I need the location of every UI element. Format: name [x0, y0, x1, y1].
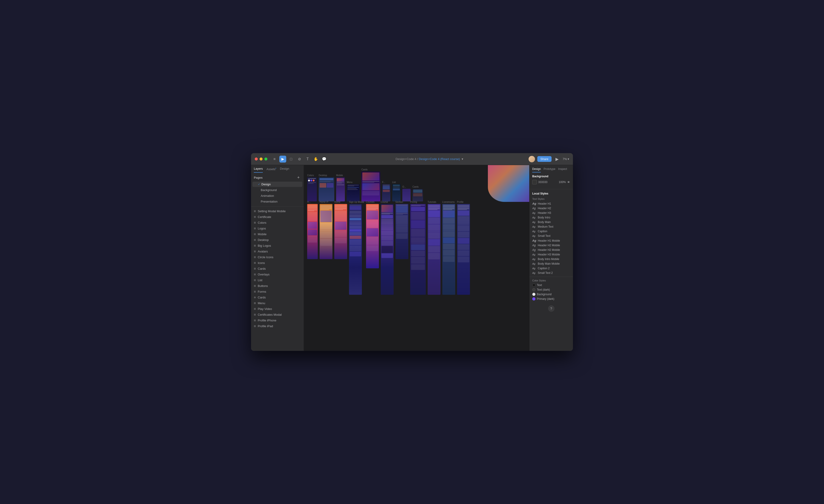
rp-tab-prototype[interactable]: Prototype [543, 167, 555, 173]
layer-item[interactable]: ⊞Logos [251, 225, 304, 231]
move-tool[interactable]: ▶ [279, 156, 286, 163]
layer-item[interactable]: ⊞Profile iPhone [251, 317, 304, 323]
layer-item[interactable]: ⊞Forms [251, 289, 304, 295]
page-item-design[interactable]: ✓ Design [252, 182, 302, 187]
tab-assets[interactable]: Assets• [267, 167, 276, 173]
style-header-h2-mobile-2[interactable]: Ag Header H2 Mobile [529, 247, 573, 252]
style-body-main-mobile[interactable]: Ag Body Main Mobile [529, 262, 573, 266]
frame-o[interactable] [402, 189, 411, 201]
frame-group-f: F... [382, 181, 390, 201]
layer-item[interactable]: ⊞Buttons [251, 283, 304, 289]
layer-item[interactable]: ⊞Play Video [251, 306, 304, 312]
close-button[interactable] [255, 158, 258, 161]
frame-cards2[interactable] [412, 189, 423, 201]
frame-icon: ⊞ [254, 279, 256, 282]
layer-item[interactable]: ⊞Certificate [251, 214, 304, 220]
rp-tab-design[interactable]: Design [532, 167, 541, 173]
layer-item[interactable]: ⊞Overlays [251, 272, 304, 277]
frame-label-home-ipad: Home iP... [320, 201, 332, 203]
page-item-presentation[interactable]: Presentation [252, 199, 302, 204]
visibility-toggle[interactable]: 👁 [567, 181, 570, 184]
frame-group-home: Home [334, 201, 347, 259]
layer-item[interactable]: ⊞Icons [251, 260, 304, 266]
page-item-animation[interactable]: Animation [252, 193, 302, 198]
frame-pricing[interactable] [410, 204, 426, 295]
style-body-intro[interactable]: Ag Body Intro [529, 215, 573, 220]
layer-item[interactable]: ⊞Cards [251, 266, 304, 272]
layer-item[interactable]: ⊞List [251, 277, 304, 283]
frame-menu[interactable] [347, 184, 359, 201]
frame-signup[interactable] [349, 204, 362, 295]
style-caption-2[interactable]: Ag Caption 2 [529, 266, 573, 271]
style-small-text-2[interactable]: Ag Small Text 2 [529, 271, 573, 275]
frame-colors[interactable] [307, 177, 317, 201]
color-text-dark[interactable]: Text (dark) [529, 287, 573, 292]
layer-item[interactable]: ⊞Avatars [251, 248, 304, 254]
style-body-intro-mobile[interactable]: Ag Body Intro Mobile [529, 257, 573, 262]
color-primary-dark[interactable]: Primary (dark) [529, 297, 573, 301]
color-background[interactable]: Background [529, 292, 573, 297]
frame-icon: ⊞ [254, 273, 256, 276]
shape-tool[interactable]: ⊘ [296, 156, 303, 163]
frame-f[interactable] [382, 184, 390, 201]
color-text[interactable]: Text [529, 283, 573, 287]
frame-cards1[interactable] [362, 172, 380, 201]
present-button[interactable]: ▶ [554, 156, 560, 162]
frame-tutorials[interactable] [428, 204, 440, 295]
frame-label-colors: Colors [307, 174, 317, 177]
layer-item[interactable]: ⊕Cards [251, 295, 304, 300]
style-header-h3[interactable]: Ag Header H3 [529, 211, 573, 215]
layer-item[interactable]: ⊞Menu [251, 300, 304, 306]
tab-layers[interactable]: Layers [254, 167, 263, 173]
style-header-h3-mobile[interactable]: Ag Header H3 Mobile [529, 252, 573, 257]
frame-profile[interactable] [457, 204, 470, 295]
page-item-background[interactable]: Background [252, 187, 302, 193]
style-header-h2-mobile[interactable]: Ag Header H2 Mobile [529, 243, 573, 247]
help-button[interactable]: ? [548, 305, 554, 312]
frame-home[interactable] [334, 204, 347, 259]
style-body-main[interactable]: Ag Body Main [529, 220, 573, 224]
frame-icon: ⊞ [254, 256, 256, 259]
maximize-button[interactable] [265, 158, 268, 161]
breadcrumb-current[interactable]: Design+Code 4 (React course) [419, 157, 460, 161]
layer-item[interactable]: ⊞Big Logos [251, 243, 304, 248]
comment-tool[interactable]: 💬 [321, 156, 328, 163]
layer-item[interactable]: ⊞Colors [251, 220, 304, 225]
menu-button[interactable]: ≡ [271, 156, 278, 163]
frame-icon: ⊞ [254, 233, 256, 236]
frame-livestreams[interactable] [442, 204, 455, 295]
style-header-h2[interactable]: Ag Header H2 [529, 206, 573, 211]
layer-item[interactable]: ⊞Mobile [251, 231, 304, 237]
user-avatar[interactable] [529, 156, 535, 162]
frame-mobile[interactable] [336, 177, 345, 201]
frame-section[interactable] [395, 204, 408, 259]
frame-tool[interactable]: □ [288, 156, 295, 163]
canvas-area[interactable]: Colors [304, 165, 529, 351]
layer-item[interactable]: ⊞Desktop [251, 237, 304, 243]
style-small-text[interactable]: Ag Small Text [529, 233, 573, 238]
bg-color-swatch[interactable] [532, 180, 537, 184]
layer-item[interactable]: ⊞Circle Icons [251, 254, 304, 260]
tab-design-panel[interactable]: Design [280, 167, 289, 173]
frame-icon: ⊞ [254, 262, 256, 265]
main-content: Layers Assets• Design Pages + ✓ Design B… [251, 165, 573, 351]
layer-item[interactable]: ⊞Setting Modal Mobile [251, 208, 304, 214]
layer-item[interactable]: ⊞Profile iPad [251, 323, 304, 329]
frame-course[interactable] [381, 204, 394, 295]
frame-desktop[interactable] [319, 177, 334, 201]
rp-tab-inspect[interactable]: Inspect [558, 167, 567, 173]
add-page-button[interactable]: + [296, 175, 301, 180]
frame-h[interactable] [307, 204, 318, 259]
layer-item[interactable]: ⊞Certificates Modal [251, 312, 304, 317]
minimize-button[interactable] [260, 158, 263, 161]
share-button[interactable]: Share [537, 156, 552, 162]
style-header-h1-mobile[interactable]: Ag Header H1 Mobile [529, 238, 573, 243]
frame-courses[interactable] [366, 204, 379, 268]
text-tool[interactable]: T [304, 156, 311, 163]
style-caption[interactable]: Ag Caption [529, 229, 573, 233]
hand-tool[interactable]: ✋ [312, 156, 319, 163]
frame-home-ipad[interactable] [320, 204, 332, 259]
style-header-h1[interactable]: Ag Header H1 [529, 201, 573, 206]
style-medium-text[interactable]: Ag Medium Text [529, 224, 573, 229]
frame-list[interactable] [392, 184, 401, 201]
